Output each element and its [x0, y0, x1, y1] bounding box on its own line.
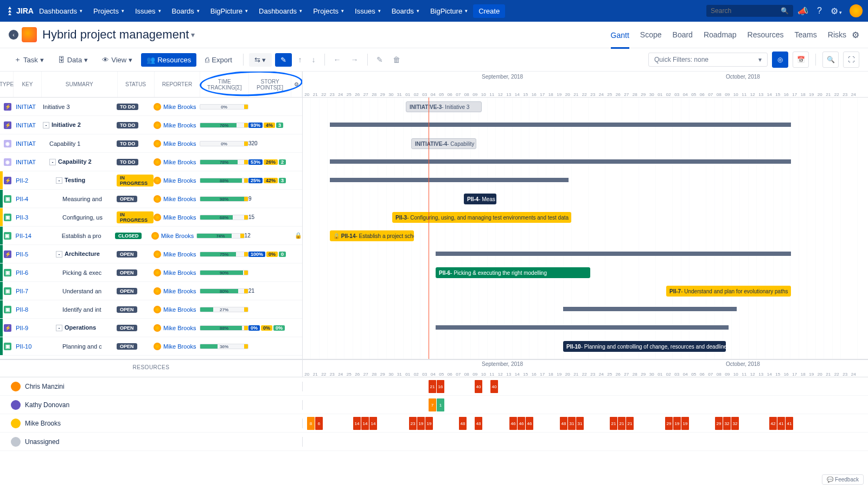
allocation-cell[interactable]: 29: [665, 417, 673, 430]
issue-summary[interactable]: Identify and int: [41, 306, 117, 313]
allocation-cell[interactable]: 21: [429, 380, 436, 393]
nav-dashboards[interactable]: Dashboards: [253, 7, 308, 15]
allocation-cell[interactable]: 31: [576, 417, 584, 430]
user-avatar[interactable]: [850, 4, 863, 17]
issue-summary[interactable]: Measuring and: [41, 196, 117, 202]
allocation-cell[interactable]: 32: [731, 417, 739, 430]
allocation-cell[interactable]: 40: [490, 380, 498, 393]
undo-icon[interactable]: ←: [330, 53, 344, 66]
fullscreen-button[interactable]: ⛶: [843, 52, 859, 68]
task-row[interactable]: ◉ INITIAT Capability 1 TO DO Mike Brooks…: [0, 134, 302, 153]
issue-status[interactable]: CLOSED: [115, 232, 151, 239]
allocation-cell[interactable]: 40: [475, 380, 482, 393]
issue-summary[interactable]: Configuring, us: [41, 214, 117, 221]
gantt-bar[interactable]: [330, 123, 791, 127]
task-row[interactable]: ▣ PII-10 Planning and c OPEN Mike Brooks…: [0, 337, 302, 356]
allocation-cell[interactable]: 19: [681, 417, 689, 430]
allocation-cell[interactable]: 19: [417, 417, 425, 430]
resource-name[interactable]: Chris Manzini: [0, 382, 303, 391]
resource-name[interactable]: Kathy Donovan: [0, 400, 303, 410]
move-down-icon[interactable]: ↓: [309, 53, 319, 66]
issue-key[interactable]: PII-7: [12, 288, 41, 294]
nav-dashboards[interactable]: Dashboards: [34, 7, 88, 15]
add-task-button[interactable]: ＋ Task ▾: [9, 52, 49, 67]
allocation-cell[interactable]: 48: [459, 417, 467, 430]
task-row[interactable]: ▣ PII-4 Measuring and OPEN Mike Brooks 9…: [0, 190, 302, 208]
expand-toggle[interactable]: -: [49, 159, 56, 165]
issue-summary[interactable]: Capability 1: [41, 140, 117, 147]
issue-reporter[interactable]: Mike Brooks: [154, 158, 200, 166]
trash-icon[interactable]: 🗑: [390, 53, 404, 66]
nav-projects[interactable]: Projects: [308, 7, 349, 15]
project-settings-icon[interactable]: ⚙: [852, 30, 859, 40]
data-dropdown[interactable]: 🗄 Data ▾: [53, 53, 93, 67]
move-up-icon[interactable]: ↑: [295, 53, 305, 66]
allocation-cell[interactable]: 29: [715, 417, 723, 430]
tab-teams[interactable]: Teams: [795, 28, 817, 41]
issue-key[interactable]: INITIAT: [12, 159, 41, 165]
issue-key[interactable]: PII-3: [12, 214, 41, 221]
issue-key[interactable]: PII-5: [12, 251, 41, 258]
gantt-bar[interactable]: 🔒 PII-14 - Establish a project sched: [330, 230, 414, 241]
col-type[interactable]: TYPE: [0, 72, 14, 97]
issue-reporter[interactable]: Mike Brooks: [151, 232, 196, 240]
issue-key[interactable]: INITIAT: [12, 104, 41, 110]
allocation-cell[interactable]: 7: [429, 398, 436, 411]
col-key[interactable]: KEY: [14, 72, 42, 97]
allocation-cell[interactable]: 21: [610, 417, 617, 430]
issue-status[interactable]: OPEN: [117, 250, 154, 258]
issue-key[interactable]: PII-8: [12, 306, 41, 313]
allocation-cell[interactable]: 48: [475, 417, 482, 430]
allocation-cell[interactable]: 23: [409, 417, 417, 430]
issue-summary[interactable]: -Initiative 2: [41, 121, 117, 128]
issue-status[interactable]: IN PROGRESS: [117, 211, 154, 223]
issue-key[interactable]: PII-10: [12, 343, 41, 350]
allocation-cell[interactable]: 46: [518, 417, 525, 430]
issue-reporter[interactable]: Mike Brooks: [154, 324, 200, 332]
expand-toggle[interactable]: -: [56, 325, 62, 331]
issue-reporter[interactable]: Mike Brooks: [154, 343, 200, 350]
nav-projects[interactable]: Projects: [88, 7, 130, 15]
resource-name[interactable]: Mike Brooks: [0, 419, 303, 428]
issue-reporter[interactable]: Mike Brooks: [154, 177, 200, 184]
issue-status[interactable]: OPEN: [117, 306, 154, 313]
issue-reporter[interactable]: Mike Brooks: [154, 250, 200, 258]
task-row[interactable]: ▣ PII-8 Identify and int OPEN Mike Brook…: [0, 300, 302, 319]
issue-status[interactable]: TO DO: [117, 140, 154, 147]
gantt-bar[interactable]: PII-4 - Meas: [464, 194, 496, 204]
allocation-cell[interactable]: 1: [437, 398, 444, 411]
tab-roadmap[interactable]: Roadmap: [704, 28, 737, 41]
issue-summary[interactable]: -Testing: [41, 177, 117, 184]
allocation-cell[interactable]: 21: [618, 417, 626, 430]
col-summary[interactable]: SUMMARY: [42, 72, 118, 97]
issue-reporter[interactable]: Mike Brooks: [154, 214, 200, 221]
nav-boards[interactable]: Boards: [386, 7, 425, 15]
layout-dropdown[interactable]: ⇆ ▾: [249, 53, 272, 67]
calendar-button[interactable]: 📅: [793, 52, 809, 68]
allocation-cell[interactable]: 48: [560, 417, 567, 430]
nav-boards[interactable]: Boards: [167, 7, 205, 15]
issue-status[interactable]: OPEN: [117, 324, 154, 331]
resource-row[interactable]: Unassigned: [0, 433, 868, 451]
issue-summary[interactable]: -Capability 2: [41, 158, 117, 165]
issue-status[interactable]: OPEN: [117, 287, 154, 294]
issue-status[interactable]: TO DO: [117, 121, 154, 128]
task-row[interactable]: ⚡ INITIAT -Initiative 2 TO DO Mike Brook…: [0, 116, 302, 134]
nav-bigpicture[interactable]: BigPicture: [205, 7, 253, 15]
gantt-bar[interactable]: INITIATIVE-3 - Initiative 3: [406, 101, 482, 112]
issue-key[interactable]: PII-14: [12, 233, 40, 239]
issue-key[interactable]: PII-4: [12, 196, 41, 202]
issue-key[interactable]: PII-6: [12, 269, 41, 276]
resource-row[interactable]: Chris Manzini21164040: [0, 377, 868, 396]
task-row[interactable]: ⚡ PII-2 -Testing IN PROGRESS Mike Brooks…: [0, 171, 302, 190]
issue-reporter[interactable]: Mike Brooks: [154, 287, 200, 295]
issue-summary[interactable]: Initiative 3: [41, 104, 117, 110]
allocation-cell[interactable]: 14: [353, 417, 361, 430]
issue-reporter[interactable]: Mike Brooks: [154, 306, 200, 313]
expand-toggle[interactable]: -: [56, 251, 62, 258]
issue-summary[interactable]: Picking & exec: [41, 269, 117, 276]
allocation-cell[interactable]: 14: [369, 417, 377, 430]
gantt-bar[interactable]: [330, 178, 569, 182]
allocation-cell[interactable]: 32: [723, 417, 731, 430]
tab-gantt[interactable]: Gantt: [611, 29, 629, 49]
